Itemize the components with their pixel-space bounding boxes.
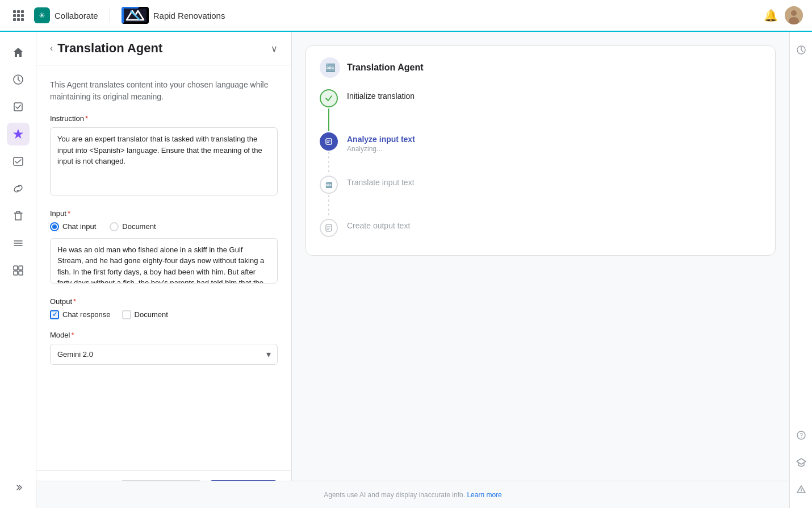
svg-rect-28 [326, 139, 332, 144]
sidebar-item-checklist[interactable] [7, 150, 30, 173]
output-group: Output* ✓ Chat response Document [50, 297, 278, 319]
right-panel: 🔤 Translation Agent Initialize transla [292, 32, 789, 508]
svg-rect-25 [14, 271, 18, 275]
svg-rect-16 [14, 103, 22, 111]
step-create-output: Create output text [320, 219, 761, 244]
footer-learn-more-link[interactable]: Learn more [467, 491, 501, 499]
sidebar-item-history[interactable] [7, 68, 30, 91]
checkbox-chat-label: Chat response [62, 310, 111, 319]
checkbox-document-output[interactable]: Document [122, 310, 168, 319]
step-init-content: Initialize translation [347, 89, 415, 114]
sidebar-item-tasks[interactable] [7, 95, 30, 118]
agent-card-title: Translation Agent [347, 63, 424, 73]
left-panel: ‹ Translation Agent ∨ This Agent transla… [36, 32, 292, 508]
model-select[interactable]: Gemini 2.0 [50, 344, 278, 365]
sidebar-right-learn[interactable] [792, 453, 810, 472]
radio-chat-dot [52, 224, 57, 229]
checkbox-document-label: Document [135, 310, 168, 319]
sidebar-right-help[interactable]: ? [792, 426, 810, 444]
radio-document-label: Document [122, 222, 156, 231]
app-name: Collaborate [55, 11, 98, 20]
nav-actions: 🔔 [764, 6, 803, 24]
brand-name: Rapid Renovations [153, 11, 225, 20]
step-create-content: Create output text [347, 219, 410, 244]
step-analyze-content: Analyze input text Analyzing... [347, 132, 415, 166]
step-translate-icon: 🔤 [320, 176, 338, 194]
step-line-2 [328, 152, 329, 174]
apps-icon[interactable] [9, 6, 27, 24]
svg-text:🔤: 🔤 [325, 181, 333, 189]
agent-description: This Agent translates content into your … [50, 79, 278, 103]
sidebar-right-history[interactable] [792, 41, 810, 59]
page-title: Translation Agent [57, 41, 266, 56]
step-create-icon [320, 219, 338, 237]
svg-rect-19 [16, 211, 20, 213]
svg-rect-7 [17, 18, 20, 21]
logo-icon: ✳ [34, 7, 50, 23]
agent-card: 🔤 Translation Agent Initialize transla [305, 45, 776, 256]
svg-rect-3 [13, 14, 16, 17]
step-analyze: Analyze input text Analyzing... [320, 132, 761, 176]
input-textarea[interactable]: He was an old man who fished alone in a … [50, 238, 278, 284]
step-analyze-title: Analyze input text [347, 135, 415, 144]
step-line-1 [328, 109, 329, 131]
step-translate: 🔤 Translate input text [320, 176, 761, 219]
model-select-wrapper: Gemini 2.0 ▾ [50, 344, 278, 365]
sidebar-item-trash[interactable] [7, 205, 30, 227]
svg-rect-5 [21, 14, 24, 17]
step-line-3 [328, 195, 329, 218]
svg-text:🔤: 🔤 [325, 63, 336, 73]
instruction-group: Instruction* You are an expert translato… [50, 114, 278, 198]
sidebar-item-agents[interactable] [7, 123, 30, 145]
sidebar-item-home[interactable] [7, 41, 30, 64]
left-sidebar [0, 32, 36, 508]
svg-rect-0 [13, 10, 16, 13]
step-analyze-icon [320, 132, 338, 151]
agent-card-icon: 🔤 [320, 57, 340, 78]
radio-document-input[interactable]: Document [110, 222, 156, 231]
step-initialize: Initialize translation [320, 89, 761, 132]
radio-chat-input[interactable]: Chat input [50, 222, 96, 231]
radio-document-circle [110, 222, 119, 231]
instruction-label: Instruction* [50, 114, 278, 123]
step-analyze-subtitle: Analyzing... [347, 145, 415, 153]
svg-rect-1 [17, 10, 20, 13]
sidebar-item-menu[interactable] [7, 232, 30, 255]
user-avatar[interactable] [785, 6, 803, 24]
svg-rect-26 [19, 271, 23, 275]
notification-bell[interactable]: 🔔 [764, 9, 778, 22]
instruction-textarea[interactable]: You are an expert translator that is tas… [50, 127, 278, 195]
input-label: Input* [50, 209, 278, 218]
svg-text:?: ? [800, 432, 803, 439]
sidebar-item-links[interactable] [7, 177, 30, 200]
sidebar-expand-button[interactable] [7, 476, 30, 499]
checkbox-document-box [122, 310, 131, 319]
brand-section: Rapid Renovations [122, 7, 225, 24]
app-logo: ✳ Collaborate [34, 7, 98, 23]
form-area: This Agent translates content into your … [36, 65, 291, 470]
svg-rect-8 [21, 18, 24, 21]
top-navigation: ✳ Collaborate Rapid Renovations 🔔 [0, 0, 812, 32]
sidebar-right-notifications[interactable] [792, 481, 810, 499]
steps-list: Initialize translation Analyze input tex… [320, 89, 761, 244]
step-translate-content: Translate input text [347, 176, 415, 201]
agent-card-header: 🔤 Translation Agent [320, 57, 761, 78]
svg-rect-24 [19, 266, 23, 270]
radio-chat-circle [50, 222, 59, 231]
step-translate-title: Translate input text [347, 178, 415, 187]
input-type-radio-group: Chat input Document [50, 222, 278, 231]
checkbox-chat-box: ✓ [50, 310, 59, 319]
step-create-title: Create output text [347, 221, 410, 230]
model-label: Model* [50, 331, 278, 339]
back-button[interactable]: ‹ [50, 43, 53, 53]
svg-point-42 [801, 492, 801, 492]
output-label: Output* [50, 297, 278, 306]
checkbox-chat-response[interactable]: ✓ Chat response [50, 310, 111, 319]
sidebar-item-grid[interactable] [7, 259, 30, 282]
step-init-title: Initialize translation [347, 91, 415, 101]
title-chevron-icon[interactable]: ∨ [271, 43, 278, 54]
brand-logo [122, 7, 149, 24]
right-sidebar: ? [789, 32, 812, 508]
svg-rect-23 [14, 266, 18, 270]
footer-text: Agents use AI and may display inaccurate… [324, 491, 465, 499]
